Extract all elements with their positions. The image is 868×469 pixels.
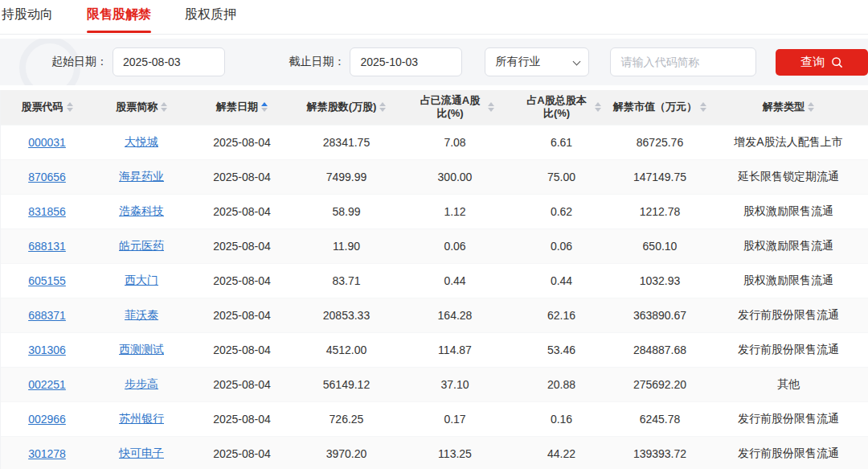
cell-pct-float-a: 7.08 xyxy=(399,125,511,159)
cell-unlock-date: 2025-08-04 xyxy=(190,228,294,263)
cell-pct-float-a: 0.17 xyxy=(399,401,511,436)
cell-market-value: 1212.78 xyxy=(612,194,708,228)
cell-stock-code: 301306 xyxy=(1,332,93,367)
cell-unlock-type: 股权激励限售流通 xyxy=(708,263,868,298)
cell-pct-total-a: 0.62 xyxy=(511,194,612,228)
stock-name-link[interactable]: 西测测试 xyxy=(119,343,164,356)
stock-name-link[interactable]: 浩淼科技 xyxy=(119,204,164,217)
column-header[interactable]: 占已流通A股比(%) xyxy=(399,90,511,125)
tab-holdings-trend[interactable]: 持股动向 xyxy=(2,0,53,35)
end-date-label: 截止日期： xyxy=(289,55,345,69)
end-date-input[interactable] xyxy=(350,47,462,76)
cell-unlock-type: 发行前股份限售流通 xyxy=(708,436,868,469)
stock-name-link[interactable]: 步步高 xyxy=(125,377,158,390)
stock-name-link[interactable]: 快可电子 xyxy=(119,446,164,459)
cell-stock-name: 西大门 xyxy=(93,263,190,298)
stock-name-link[interactable]: 苏州银行 xyxy=(119,412,164,425)
tab-equity-pledge[interactable]: 股权质押 xyxy=(185,0,236,35)
stock-code-link[interactable]: 831856 xyxy=(28,205,66,218)
cell-stock-code: 688131 xyxy=(1,228,93,263)
tab-restricted-share-unlock[interactable]: 限售股解禁 xyxy=(87,0,151,35)
cell-stock-code: 002251 xyxy=(1,367,93,401)
cell-unlock-date: 2025-08-04 xyxy=(190,298,294,332)
industry-select-wrap: 所有行业 xyxy=(485,47,589,76)
cell-stock-name: 快可电子 xyxy=(93,436,190,469)
cell-market-value: 86725.76 xyxy=(612,125,708,159)
cell-pct-total-a: 0.16 xyxy=(511,401,612,436)
column-header-label: 解禁类型 xyxy=(763,101,805,113)
start-date-input[interactable] xyxy=(113,47,225,76)
column-header[interactable]: 解禁类型 xyxy=(708,90,868,125)
stock-code-link[interactable]: 605155 xyxy=(28,274,66,287)
cell-stock-code: 605155 xyxy=(1,263,93,298)
column-header[interactable]: 股票简称 xyxy=(93,90,190,125)
column-header[interactable]: 解禁日期 xyxy=(190,90,294,125)
cell-pct-total-a: 75.00 xyxy=(511,159,612,194)
cell-unlock-date: 2025-08-04 xyxy=(190,125,294,159)
stock-name-link[interactable]: 海昇药业 xyxy=(119,170,164,183)
stock-code-link[interactable]: 000031 xyxy=(28,136,66,149)
table-row: 002251 步步高 2025-08-04 56149.12 37.10 20.… xyxy=(1,367,868,401)
tab-bar: 持股动向 限售股解禁 股权质押 xyxy=(0,0,868,35)
cell-market-value: 139393.72 xyxy=(612,436,708,469)
cell-stock-name: 海昇药业 xyxy=(93,159,190,194)
cell-unlock-date: 2025-08-04 xyxy=(190,332,294,367)
cell-stock-name: 菲沃泰 xyxy=(93,298,190,332)
column-header-label: 占A股总股本比(%) xyxy=(522,94,592,120)
cell-stock-name: 皓元医药 xyxy=(93,228,190,263)
cell-pct-float-a: 0.06 xyxy=(399,228,511,263)
cell-market-value: 363890.67 xyxy=(612,298,708,332)
stock-name-link[interactable]: 皓元医药 xyxy=(119,239,164,252)
column-header-label: 解禁日期 xyxy=(216,101,258,113)
cell-unlock-shares: 726.25 xyxy=(294,401,399,436)
stock-code-link[interactable]: 688371 xyxy=(28,309,66,322)
cell-pct-float-a: 300.00 xyxy=(399,159,511,194)
cell-stock-name: 步步高 xyxy=(93,367,190,401)
sort-icons xyxy=(700,102,706,112)
table-header-row: 股票代码 股票简称 解禁日期 解禁股数(万股) 占已流通A股比(%) 占A股总股… xyxy=(1,90,868,125)
cell-pct-float-a: 113.25 xyxy=(399,436,511,469)
stock-code-link[interactable]: 301306 xyxy=(28,344,66,356)
cell-unlock-date: 2025-08-04 xyxy=(190,367,294,401)
cell-pct-total-a: 53.46 xyxy=(511,332,612,367)
stock-code-link[interactable]: 002251 xyxy=(28,378,66,391)
unlock-table-wrap: 股票代码 股票简称 解禁日期 解禁股数(万股) 占已流通A股比(%) 占A股总股… xyxy=(0,90,868,469)
stock-name-link[interactable]: 菲沃泰 xyxy=(125,308,158,321)
cell-market-value: 6245.78 xyxy=(612,401,708,436)
cell-pct-float-a: 114.87 xyxy=(399,332,511,367)
column-header-label: 股票代码 xyxy=(22,101,63,113)
cell-stock-code: 301278 xyxy=(1,436,93,469)
cell-stock-code: 000031 xyxy=(1,125,93,159)
stock-code-link[interactable]: 688131 xyxy=(28,240,66,253)
stock-code-link[interactable]: 301278 xyxy=(28,447,66,460)
sort-icons xyxy=(261,102,268,112)
column-header[interactable]: 占A股总股本比(%) xyxy=(511,90,612,125)
cell-pct-float-a: 1.12 xyxy=(399,194,511,228)
column-header[interactable]: 股票代码 xyxy=(1,90,93,125)
stock-code-link[interactable]: 002966 xyxy=(28,413,66,426)
cell-pct-total-a: 44.22 xyxy=(511,436,612,469)
stock-name-link[interactable]: 西大门 xyxy=(125,274,158,286)
table-row: 688371 菲沃泰 2025-08-04 20853.33 164.28 62… xyxy=(1,298,868,332)
sort-icons xyxy=(67,102,73,112)
cell-market-value: 147149.75 xyxy=(612,159,708,194)
cell-unlock-type: 发行前股份限售流通 xyxy=(708,401,868,436)
cell-pct-float-a: 37.10 xyxy=(399,367,511,401)
unlock-table: 股票代码 股票简称 解禁日期 解禁股数(万股) 占已流通A股比(%) 占A股总股… xyxy=(1,90,868,469)
column-header[interactable]: 解禁股数(万股) xyxy=(294,90,399,125)
table-row: 688131 皓元医药 2025-08-04 11.90 0.06 0.06 6… xyxy=(1,228,868,263)
cell-market-value: 650.10 xyxy=(612,228,708,263)
stock-code-link[interactable]: 870656 xyxy=(28,171,66,183)
table-row: 000031 大悦城 2025-08-04 28341.75 7.08 6.61… xyxy=(1,125,868,159)
table-row: 605155 西大门 2025-08-04 83.71 0.44 0.44 10… xyxy=(1,263,868,298)
code-search-input[interactable] xyxy=(610,47,756,76)
column-header[interactable]: 解禁市值（万元） xyxy=(612,90,708,125)
cell-unlock-shares: 11.90 xyxy=(294,228,399,263)
table-row: 002966 苏州银行 2025-08-04 726.25 0.17 0.16 … xyxy=(1,401,868,436)
cell-unlock-date: 2025-08-04 xyxy=(190,436,294,469)
cell-stock-code: 688371 xyxy=(1,298,93,332)
stock-name-link[interactable]: 大悦城 xyxy=(125,135,158,148)
cell-stock-name: 西测测试 xyxy=(93,332,190,367)
search-button[interactable]: 查询 xyxy=(776,49,868,76)
cell-pct-total-a: 6.61 xyxy=(511,125,612,159)
